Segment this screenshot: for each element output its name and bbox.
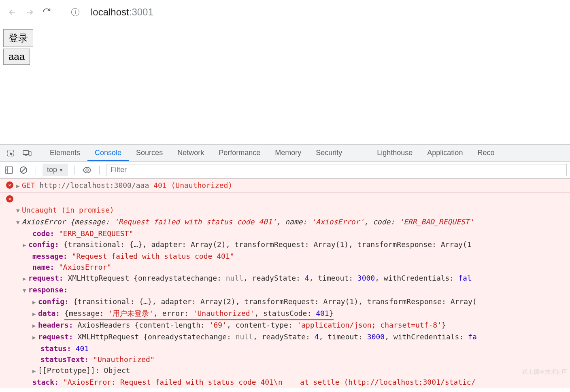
http-url[interactable]: http://localhost:3000/aaa — [39, 181, 149, 190]
separator — [39, 149, 39, 158]
prop-key: config: — [28, 240, 59, 249]
browser-toolbar: i localhost:3001 — [0, 0, 570, 24]
tab-console[interactable]: Console — [87, 145, 129, 161]
expand-icon[interactable]: ▶ — [32, 320, 37, 331]
prop-value: AxiosHeaders {content-length: '69', cont… — [78, 321, 446, 329]
http-status: 401 (Unauthorized) — [153, 181, 232, 190]
expand-icon[interactable]: ▶ — [32, 366, 37, 377]
prop-value: {transitional: {…}, adapter: Array(2), t… — [64, 240, 472, 249]
url-host: localhost — [91, 6, 129, 17]
prop-value: Object — [104, 366, 130, 375]
prop-value: "ERR_BAD_REQUEST" — [59, 229, 133, 238]
chevron-down-icon: ▼ — [59, 167, 64, 173]
prop-key: status: — [40, 344, 71, 353]
filter-input[interactable] — [106, 164, 567, 176]
address-bar[interactable]: localhost:3001 — [91, 6, 153, 18]
svg-rect-2 — [29, 151, 31, 156]
console-output: ✕ ▶GET http://localhost:3000/aaa 401 (Un… — [0, 179, 570, 392]
expand-icon[interactable]: ▶ — [32, 309, 37, 320]
prop-value: "AxiosError" — [59, 263, 111, 271]
login-button[interactable]: 登录 — [3, 29, 33, 47]
highlighted-data: {message: '用户未登录', error: 'Unauthorized'… — [64, 308, 333, 320]
separator — [74, 166, 75, 175]
prop-key: request: — [28, 274, 64, 282]
console-error-row[interactable]: ✕ ▼Uncaught (in promise) ▼AxiosError {me… — [0, 192, 570, 388]
site-info-icon[interactable]: i — [71, 8, 79, 16]
prop-key: name: — [32, 263, 54, 271]
prop-value: XMLHttpRequest {onreadystatechange: null… — [68, 274, 472, 282]
collapse-icon[interactable]: ▼ — [16, 217, 21, 228]
devtools-panel: Elements Console Sources Network Perform… — [0, 144, 570, 392]
collapse-icon[interactable]: ▼ — [23, 285, 28, 296]
live-expression-icon[interactable] — [81, 164, 93, 176]
tab-lighthouse[interactable]: Lighthouse — [370, 145, 420, 161]
axios-error-summary: AxiosError {message: 'Request failed wit… — [22, 217, 474, 226]
svg-rect-1 — [23, 150, 29, 154]
watermark: 稀土掘金技术社区 — [522, 369, 568, 376]
tab-memory[interactable]: Memory — [268, 145, 308, 161]
device-toggle-icon[interactable] — [19, 149, 36, 157]
prop-value: "Request failed with status code 401" — [72, 252, 234, 260]
tab-application[interactable]: Application — [420, 145, 470, 161]
prop-key: config: — [38, 297, 69, 306]
prop-value: "Unauthorized" — [93, 355, 155, 364]
tab-elements[interactable]: Elements — [43, 145, 87, 161]
url-port: :3001 — [129, 6, 153, 17]
prop-key: request: — [38, 332, 73, 341]
expand-icon[interactable]: ▶ — [23, 273, 28, 284]
prop-key: stack: — [32, 378, 59, 386]
prop-key: message: — [32, 252, 68, 260]
error-icon: ✕ — [6, 195, 13, 202]
reload-button[interactable] — [42, 8, 51, 17]
expand-icon[interactable]: ▶ — [32, 297, 37, 308]
aaa-button[interactable]: aaa — [3, 49, 30, 65]
context-selector[interactable]: top ▼ — [43, 164, 68, 176]
context-label: top — [47, 166, 57, 174]
sidebar-toggle-icon[interactable] — [3, 164, 15, 176]
clear-console-icon[interactable] — [18, 164, 29, 176]
separator — [36, 166, 36, 175]
page-content: 登录 aaa — [0, 24, 570, 71]
tab-network[interactable]: Network — [170, 145, 211, 161]
back-button[interactable] — [8, 8, 17, 17]
expand-icon[interactable]: ▶ — [16, 181, 21, 192]
prop-key: code: — [32, 229, 54, 238]
prop-key: headers: — [38, 321, 73, 329]
expand-icon[interactable]: ▶ — [23, 240, 28, 251]
prop-key: response: — [28, 285, 68, 294]
prop-key: data: — [38, 309, 60, 317]
prop-key: [[Prototype]]: — [38, 366, 100, 375]
inspect-icon[interactable] — [2, 149, 19, 157]
prop-key: statusText: — [40, 355, 89, 364]
error-icon: ✕ — [6, 181, 13, 189]
svg-point-5 — [86, 169, 88, 171]
tab-performance[interactable]: Performance — [211, 145, 268, 161]
prop-value: XMLHttpRequest {onreadystatechange: null… — [78, 332, 477, 341]
prop-value: "AxiosError: Request failed with status … — [63, 378, 476, 386]
http-method: GET — [22, 181, 35, 190]
expand-icon[interactable]: ▶ — [32, 332, 37, 343]
collapse-icon[interactable]: ▼ — [16, 205, 21, 216]
tab-security[interactable]: Security — [308, 145, 349, 161]
prop-value: 401 — [76, 344, 89, 353]
console-error-row[interactable]: ✕ ▶GET http://localhost:3000/aaa 401 (Un… — [0, 179, 570, 192]
devtools-tabs: Elements Console Sources Network Perform… — [0, 145, 570, 162]
uncaught-label: Uncaught (in promise) — [22, 206, 114, 214]
console-toolbar: top ▼ — [0, 162, 570, 179]
svg-rect-3 — [5, 167, 13, 173]
tab-sources[interactable]: Sources — [129, 145, 170, 161]
tab-recorder[interactable]: Reco — [470, 145, 502, 161]
prop-value: {transitional: {…}, adapter: Array(2), t… — [73, 297, 477, 306]
forward-button[interactable] — [25, 8, 34, 17]
separator — [99, 166, 100, 175]
